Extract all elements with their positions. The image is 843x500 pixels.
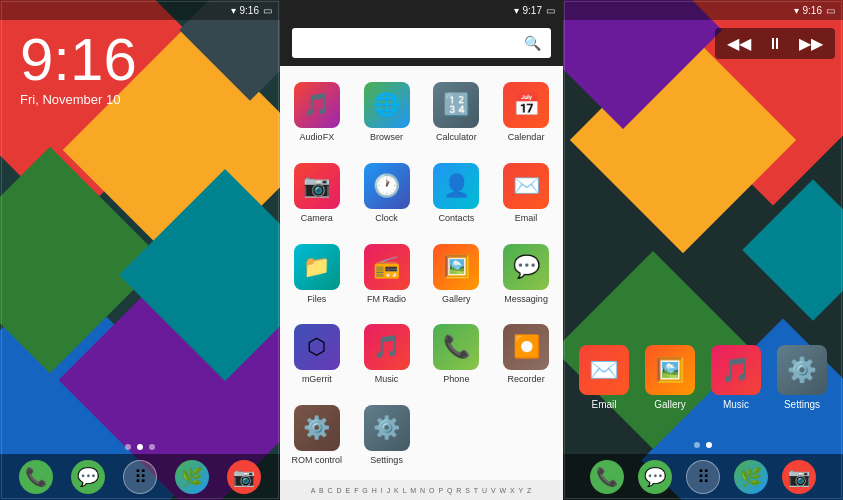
- app-label: Calendar: [508, 132, 545, 143]
- dock-launcher[interactable]: ⠿: [123, 460, 157, 494]
- app-icon: ⬡: [294, 324, 340, 370]
- app-icon: 📁: [294, 244, 340, 290]
- app-item-audiofx[interactable]: 🎵 AudioFX: [284, 74, 350, 151]
- media-prev-button[interactable]: ◀◀: [727, 34, 751, 53]
- app-item-calculator[interactable]: 🔢 Calculator: [424, 74, 490, 151]
- center-status-icons: ▾ 9:17 ▭: [514, 5, 555, 16]
- app-drawer: ▾ 9:17 ▭ 🔍 🎵 AudioFX 🌐 Browser 🔢 Calcula…: [280, 0, 563, 500]
- dock-phone[interactable]: 📞: [19, 460, 53, 494]
- app-item-fm-radio[interactable]: 📻 FM Radio: [354, 236, 420, 313]
- app-icon: 📞: [433, 324, 479, 370]
- right-page-indicators: [694, 442, 712, 448]
- battery-icon: ▭: [263, 5, 272, 16]
- app-icon: 📻: [364, 244, 410, 290]
- app-grid: 🎵 AudioFX 🌐 Browser 🔢 Calculator 📅 Calen…: [284, 74, 559, 474]
- app-item-messaging[interactable]: 💬 Messaging: [493, 236, 559, 313]
- app-label: Settings: [370, 455, 403, 466]
- app-item-browser[interactable]: 🌐 Browser: [354, 74, 420, 151]
- app-label: Phone: [443, 374, 469, 385]
- app-label: Email: [515, 213, 538, 224]
- shortcut-icon: 🎵: [711, 345, 761, 395]
- app-item-clock[interactable]: 🕐 Clock: [354, 155, 420, 232]
- left-clock: 9:16 Fri, November 10: [20, 30, 137, 107]
- app-icon: 🌐: [364, 82, 410, 128]
- app-item-contacts[interactable]: 👤 Contacts: [424, 155, 490, 232]
- app-label: Gallery: [442, 294, 471, 305]
- center-status-time: 9:17: [523, 5, 542, 16]
- media-pause-button[interactable]: ⏸: [767, 35, 783, 53]
- shortcut-label: Settings: [784, 399, 820, 410]
- app-label: FM Radio: [367, 294, 406, 305]
- right-wifi-icon: ▾: [794, 5, 799, 16]
- app-label: Music: [375, 374, 399, 385]
- shortcut-email[interactable]: ✉️ Email: [579, 345, 629, 410]
- media-controls: ◀◀ ⏸ ▶▶: [715, 28, 835, 59]
- shortcut-music[interactable]: 🎵 Music: [711, 345, 761, 410]
- home-shortcuts: ✉️ Email 🖼️ Gallery 🎵 Music ⚙️ Settings: [563, 345, 843, 410]
- app-icon: 🖼️: [433, 244, 479, 290]
- app-item-gallery[interactable]: 🖼️ Gallery: [424, 236, 490, 313]
- app-icon: 🔢: [433, 82, 479, 128]
- app-label: Files: [307, 294, 326, 305]
- right-battery-icon: ▭: [826, 5, 835, 16]
- app-icon: 🎵: [364, 324, 410, 370]
- app-item-files[interactable]: 📁 Files: [284, 236, 350, 313]
- right-dock-launcher[interactable]: ⠿: [686, 460, 720, 494]
- left-dock: 📞 💬 ⠿ 🌿 📷: [0, 454, 280, 500]
- app-item-settings[interactable]: ⚙️ Settings: [354, 397, 420, 474]
- app-item-recorder[interactable]: ⏺️ Recorder: [493, 316, 559, 393]
- clock-date: Fri, November 10: [20, 92, 137, 107]
- app-label: Contacts: [439, 213, 475, 224]
- app-label: Messaging: [504, 294, 548, 305]
- app-label: ROM control: [292, 455, 343, 466]
- right-dock-phone[interactable]: 📞: [590, 460, 624, 494]
- app-icon: 👤: [433, 163, 479, 209]
- app-item-mgerrit[interactable]: ⬡ mGerrit: [284, 316, 350, 393]
- clock-time: 9:16: [20, 30, 137, 90]
- app-label: Browser: [370, 132, 403, 143]
- app-icon: ⚙️: [364, 405, 410, 451]
- app-icon: 📷: [294, 163, 340, 209]
- app-item-phone[interactable]: 📞 Phone: [424, 316, 490, 393]
- dock-browser[interactable]: 🌿: [175, 460, 209, 494]
- shortcut-gallery[interactable]: 🖼️ Gallery: [645, 345, 695, 410]
- dock-messages[interactable]: 💬: [71, 460, 105, 494]
- media-next-button[interactable]: ▶▶: [799, 34, 823, 53]
- app-grid-container: 🎵 AudioFX 🌐 Browser 🔢 Calculator 📅 Calen…: [280, 66, 563, 480]
- page-dot-2: [137, 444, 143, 450]
- app-item-rom-control[interactable]: ⚙️ ROM control: [284, 397, 350, 474]
- app-item-music[interactable]: 🎵 Music: [354, 316, 420, 393]
- left-panel: ▾ 9:16 ▭ 9:16 Fri, November 10 📞 💬 ⠿ 🌿 📷: [0, 0, 280, 500]
- right-dock: 📞 💬 ⠿ 🌿 📷: [563, 454, 843, 500]
- app-item-calendar[interactable]: 📅 Calendar: [493, 74, 559, 151]
- left-status-bar: ▾ 9:16 ▭: [0, 0, 280, 20]
- app-icon: 💬: [503, 244, 549, 290]
- wifi-icon: ▾: [231, 5, 236, 16]
- status-icons: ▾ 9:16 ▭: [231, 5, 272, 16]
- shortcut-icon: 🖼️: [645, 345, 695, 395]
- right-dock-camera[interactable]: 📷: [782, 460, 816, 494]
- right-panel: ▾ 9:16 ▭ ◀◀ ⏸ ▶▶ ✉️ Email 🖼️ Gallery 🎵 M…: [563, 0, 843, 500]
- center-battery-icon: ▭: [546, 5, 555, 16]
- app-icon: ⚙️: [294, 405, 340, 451]
- app-label: Recorder: [508, 374, 545, 385]
- shortcut-settings[interactable]: ⚙️ Settings: [777, 345, 827, 410]
- dock-camera[interactable]: 📷: [227, 460, 261, 494]
- alphabet-bar: A B C D E F G H I J K L M N O P Q R S T …: [280, 480, 563, 500]
- app-icon: ⏺️: [503, 324, 549, 370]
- app-item-email[interactable]: ✉️ Email: [493, 155, 559, 232]
- right-status-time: 9:16: [803, 5, 822, 16]
- app-item-camera[interactable]: 📷 Camera: [284, 155, 350, 232]
- app-label: Calculator: [436, 132, 477, 143]
- app-icon: 🕐: [364, 163, 410, 209]
- app-icon: 📅: [503, 82, 549, 128]
- search-box[interactable]: 🔍: [292, 28, 551, 58]
- alphabet: A B C D E F G H I J K L M N O P Q R S T …: [311, 487, 533, 494]
- app-label: AudioFX: [300, 132, 335, 143]
- right-dock-messages[interactable]: 💬: [638, 460, 672, 494]
- right-dock-browser[interactable]: 🌿: [734, 460, 768, 494]
- shortcut-label: Gallery: [654, 399, 686, 410]
- app-label: mGerrit: [302, 374, 332, 385]
- app-label: Camera: [301, 213, 333, 224]
- right-dot-2: [706, 442, 712, 448]
